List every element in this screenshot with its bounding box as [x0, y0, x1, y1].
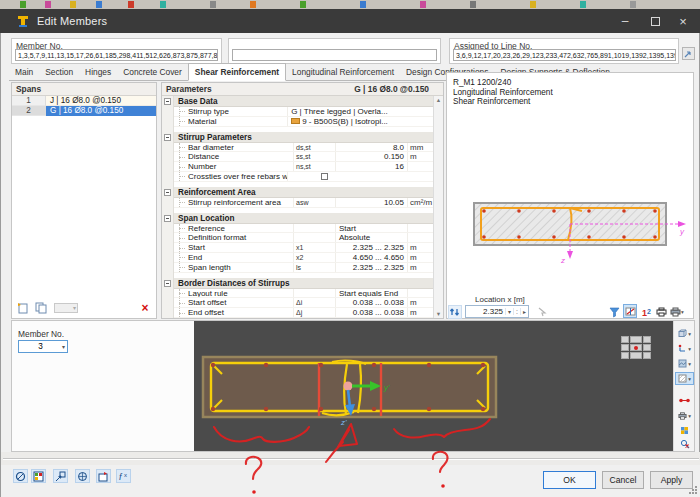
jump-to-graphic-button[interactable] — [75, 469, 90, 483]
close-button[interactable]: × — [668, 9, 698, 33]
member-no-input[interactable]: 1,3,5,7,9,11,13,15,17,26,61,185,298,411,… — [15, 49, 218, 61]
render-mode-button[interactable]: ▾ — [675, 357, 694, 370]
parameters-scrollbar[interactable]: ▲ ▼ — [433, 96, 443, 318]
param-row-end-offset[interactable]: End offset Δj 0.038 ... 0.038 m — [174, 308, 433, 318]
resize-grip[interactable] — [688, 485, 698, 495]
parameters-header: Parameters G | 16 Ø8.0 @0.150 — [162, 83, 443, 96]
param-row-stirrup-area[interactable]: Stirrup reinforcement area asw 10.05 cm²… — [174, 198, 433, 208]
span-row-label: G | 16 Ø8.0 @0.150 — [46, 106, 156, 116]
span-row-1[interactable]: 1 J | 16 Ø8.0 @0.150 — [12, 96, 156, 106]
section-border-distances[interactable]: Border Distances of Stirrups — [174, 278, 433, 289]
pointer-icon — [537, 307, 547, 317]
scroll-up-icon[interactable]: ▲ — [434, 97, 443, 103]
param-row-definition-format[interactable]: Definition format Absolute — [174, 233, 433, 243]
tab-shear-reinforcement[interactable]: Shear Reinforcement — [188, 63, 286, 81]
delete-span-button[interactable]: × — [138, 301, 152, 314]
crossties-checkbox[interactable] — [321, 173, 328, 180]
print-preview-button[interactable] — [654, 305, 668, 319]
param-row-reference[interactable]: Reference Start — [174, 224, 433, 234]
section-stirrup-parameters[interactable]: Stirrup Parameters — [174, 132, 433, 143]
viewport-toolbar: ▾ ▾ ▾ ▾ ▾ — [673, 321, 694, 451]
cancel-button[interactable]: Cancel — [602, 471, 644, 489]
collapse-icon[interactable] — [164, 134, 171, 141]
tab-concrete-cover[interactable]: Concrete Cover — [117, 64, 188, 80]
spans-header: Spans — [12, 83, 156, 96]
apply-button[interactable]: Apply — [650, 471, 693, 489]
cancel-zoom-button[interactable] — [675, 437, 694, 450]
view-3d-button[interactable]: ▾ — [675, 327, 694, 340]
play-icon[interactable]: ▸ — [520, 308, 528, 315]
view-navigator-widget[interactable] — [621, 336, 651, 363]
table-button[interactable] — [675, 424, 694, 437]
member-no-combo[interactable]: 3 ▾ — [18, 340, 68, 353]
render-viewport[interactable]: y' z' — [194, 321, 673, 451]
dimensions-button[interactable]: 12 — [640, 305, 654, 319]
span-row-number: 1 — [12, 96, 46, 106]
param-row-layout-rule[interactable]: Layout rule Start equals End — [174, 289, 433, 299]
hatched-section-icon — [678, 374, 687, 383]
span-row-2-selected[interactable]: 2 G | 16 Ø8.0 @0.150 — [12, 106, 156, 116]
collapse-icon[interactable] — [164, 189, 171, 196]
section-view-button-active[interactable] — [623, 304, 637, 318]
location-x-spinner[interactable]: 2.325 ▾ ⁚ ▸ — [465, 305, 529, 318]
tab-longitudinal-reinforcement[interactable]: Longitudinal Reinforcement — [286, 64, 400, 80]
param-row-crossties[interactable]: Crossties over free rebars with active s… — [174, 172, 433, 182]
pick-lines-button[interactable] — [682, 47, 695, 60]
param-row-start[interactable]: Start x1 2.325 ... 2.325 m — [174, 243, 433, 253]
preview-panel: R_M1 1200/240 Longitudinal Reinforcement… — [446, 72, 694, 319]
tab-bar: Main Section Hinges Concrete Cover Shear… — [9, 64, 446, 81]
param-row-stirrup-type[interactable]: Stirrup type G | Three legged | Overla..… — [174, 107, 433, 117]
axes-display-button[interactable]: ▾ — [675, 342, 694, 355]
chevron-down-icon[interactable]: ▾ — [505, 308, 513, 315]
print-button[interactable]: ▾ — [668, 305, 686, 319]
tab-section[interactable]: Section — [39, 64, 79, 80]
cube-icon — [678, 329, 687, 338]
maximize-button[interactable] — [640, 9, 670, 33]
close-icon: × — [679, 14, 687, 29]
supports-button[interactable] — [675, 394, 694, 407]
ok-button[interactable]: OK — [543, 471, 596, 489]
delete-icon: × — [141, 301, 148, 315]
empty-input[interactable] — [232, 49, 437, 61]
beam-3d-graphic: y' z' — [194, 321, 673, 451]
function-button[interactable]: fx — [116, 469, 131, 483]
pick-members-button[interactable] — [53, 469, 68, 483]
new-span-button[interactable] — [16, 301, 30, 314]
section-span-location[interactable]: Span Location — [174, 213, 433, 224]
scroll-down-icon[interactable]: ▼ — [434, 311, 443, 317]
collapse-icon[interactable] — [164, 280, 171, 287]
param-row-start-offset[interactable]: Start offset Δi 0.038 ... 0.038 m — [174, 298, 433, 308]
collapse-icon[interactable] — [164, 98, 171, 105]
units-settings-button[interactable] — [31, 469, 46, 483]
minimize-button[interactable]: – — [610, 9, 640, 33]
span-row-number: 2 — [12, 106, 46, 116]
screen: Edit Members – × Member No. 1,3,5,7,9,11… — [0, 0, 700, 497]
print-graphic-button[interactable]: ▾ — [675, 409, 694, 422]
tab-main[interactable]: Main — [9, 64, 39, 80]
assigned-lines-input[interactable]: 3,6,9,12,17,20,23,26,29,123,233,472,632,… — [453, 49, 676, 61]
section-display-button-active[interactable]: ▾ — [675, 372, 694, 385]
spans-panel: Spans 1 J | 16 Ø8.0 @0.150 2 G | 16 Ø8.0… — [11, 82, 157, 319]
table-grid-icon — [680, 426, 689, 435]
chevron-down-icon: ▾ — [681, 309, 684, 315]
filter-button[interactable] — [607, 305, 621, 319]
param-row-bar-diameter[interactable]: Bar diameter ds,st 8.0 mm — [174, 143, 433, 153]
param-row-span-length[interactable]: Span length ls 2.325 ... 2.325 m — [174, 263, 433, 273]
printer-icon — [678, 412, 687, 420]
favorites-button[interactable] — [96, 469, 111, 483]
section-base-data[interactable]: Base Data — [174, 96, 433, 107]
spinner-arrows[interactable]: ⁚ — [513, 308, 520, 315]
param-row-material[interactable]: Material 9 - B500S(B) | Isotropi... — [174, 117, 433, 127]
collapse-icon[interactable] — [164, 215, 171, 222]
help-button[interactable] — [13, 469, 28, 483]
assigned-lines-group: Assigned to Line No. 3,6,9,12,17,20,23,2… — [449, 38, 679, 64]
copy-span-button[interactable] — [34, 301, 48, 314]
y-axis-label: y — [679, 227, 685, 236]
renumber-button[interactable] — [448, 305, 462, 319]
tab-hinges[interactable]: Hinges — [79, 64, 117, 80]
maximize-icon — [651, 17, 660, 26]
param-row-end[interactable]: End x2 4.650 ... 4.650 m — [174, 253, 433, 263]
param-row-number[interactable]: Number ns,st 16 — [174, 162, 433, 172]
section-reinforcement-area[interactable]: Reinforcement Area — [174, 187, 433, 198]
param-row-distance[interactable]: Distance ss,st 0.150 m — [174, 152, 433, 162]
